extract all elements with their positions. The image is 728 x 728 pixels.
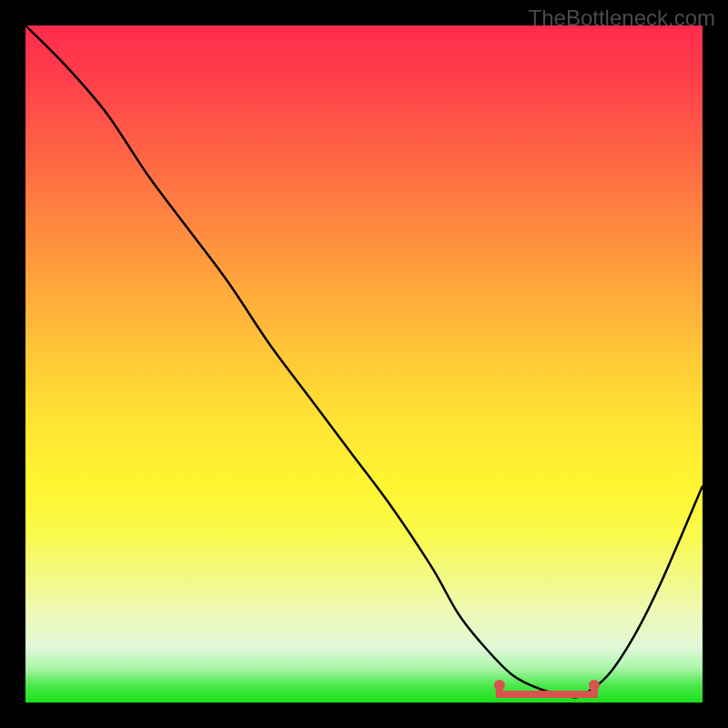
plot-area [25, 25, 703, 703]
chart-svg [25, 25, 703, 703]
chart-container: TheBottleneck.com [0, 0, 728, 728]
optimal-range-marker-start-dot [494, 680, 505, 691]
bottleneck-curve-line [25, 25, 703, 698]
optimal-range-marker-end-dot [589, 680, 600, 691]
optimal-range-marker [500, 685, 594, 694]
watermark-text: TheBottleneck.com [529, 5, 715, 31]
